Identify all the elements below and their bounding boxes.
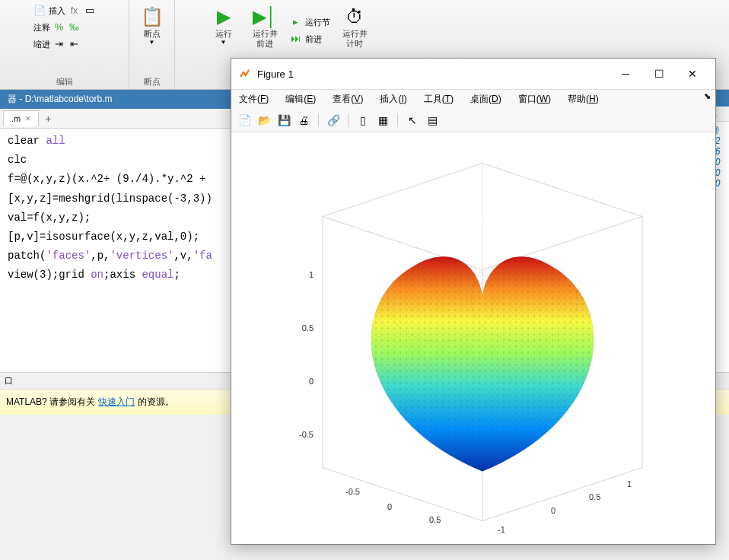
- tab-add-button[interactable]: +: [39, 111, 57, 126]
- timer-icon: ⏱: [345, 6, 364, 27]
- cmd-icon-label: 口: [5, 376, 13, 385]
- link-button[interactable]: 🔗: [325, 112, 342, 129]
- z-axis-ticks: -0.5 0 0.5 1: [299, 270, 314, 439]
- svg-text:-1: -1: [498, 525, 505, 534]
- play-icon: ▶: [217, 6, 231, 27]
- chevron-down-icon: ▼: [221, 39, 227, 46]
- maximize-button[interactable]: ☐: [644, 63, 674, 84]
- svg-text:0: 0: [551, 506, 556, 515]
- run-advance-label: 运行并 前进: [253, 29, 278, 49]
- print-button[interactable]: 🖨: [295, 112, 312, 129]
- svg-text:0: 0: [387, 502, 392, 511]
- comment-button[interactable]: 注释 % ‰: [30, 20, 99, 35]
- toolbar-separator: [318, 113, 319, 127]
- uncomment-icon: ‰: [68, 21, 81, 33]
- x-axis-ticks: -0.5 0 0.5: [345, 487, 441, 524]
- insert-icon: 📄: [33, 5, 46, 17]
- svg-text:0: 0: [309, 377, 314, 386]
- editor-path: 器 - D:\matlabcode\torb.m: [8, 94, 112, 104]
- indent-button[interactable]: 缩进 ⇥ ⇤: [30, 37, 99, 52]
- cmd-suffix: 的资源。: [138, 396, 174, 409]
- toolbar-separator: [348, 113, 349, 127]
- quickstart-link[interactable]: 快速入门: [98, 396, 135, 409]
- advance-button[interactable]: ⏭ 前进: [287, 31, 333, 46]
- run-label: 运行: [215, 29, 232, 39]
- insert-button[interactable]: 📄 插入 fx ▭: [30, 3, 99, 18]
- menu-view[interactable]: 查看(V): [329, 91, 366, 107]
- ribbon-breakpoints-section: 📋 断点 ▼ 断点: [129, 0, 175, 89]
- legend-button[interactable]: ▦: [374, 112, 391, 129]
- run-section-label: 运行节: [305, 17, 330, 28]
- comment-pct-icon: %: [53, 21, 65, 33]
- tab-label: .m: [11, 114, 21, 123]
- breakpoint-icon: 📋: [141, 6, 164, 27]
- minimize-button[interactable]: ─: [610, 63, 641, 84]
- edit-section-label: 编辑: [0, 76, 129, 88]
- run-section-button[interactable]: ▸ 运行节: [287, 14, 333, 30]
- cmd-prefix: MATLAB? 请参阅有关: [6, 396, 95, 409]
- outdent-icon: ⇤: [68, 38, 81, 50]
- menu-window[interactable]: 窗口(W): [515, 91, 554, 107]
- chevron-down-icon: ▼: [149, 39, 155, 46]
- menu-help[interactable]: 帮助(H): [565, 91, 602, 107]
- breakpoints-section-label: 断点: [129, 76, 174, 88]
- fx-icon: fx: [68, 5, 81, 17]
- close-button[interactable]: ✕: [677, 63, 708, 84]
- ribbon-edit-section: 📄 插入 fx ▭ 注释 % ‰ 缩进 ⇥ ⇤ 编辑: [0, 0, 129, 89]
- new-figure-button[interactable]: 📄: [236, 112, 253, 129]
- edit-plot-button[interactable]: ▤: [424, 112, 441, 129]
- figure-menubar: 文件(F) 编辑(E) 查看(V) 插入(I) 工具(T) 桌面(D) 窗口(W…: [231, 90, 715, 109]
- indent-label: 缩进: [33, 39, 50, 50]
- play-advance-icon: ▶│: [253, 6, 278, 27]
- tab-close-icon[interactable]: ×: [25, 113, 30, 124]
- svg-text:0.5: 0.5: [302, 323, 314, 332]
- menu-file[interactable]: 文件(F): [236, 91, 272, 107]
- run-time-button[interactable]: ⏱ 运行并 计时: [335, 3, 375, 58]
- breakpoints-label: 断点: [144, 29, 161, 39]
- figure-axes[interactable]: -0.5 0 0.5 1 -0.5 0 0.5 -1 0 0.5 1: [231, 132, 715, 544]
- figure-toolbar: 📄 📂 💾 🖨 🔗 ▯ ▦ ↖ ▤: [231, 109, 715, 132]
- toolbar-separator: [397, 113, 398, 127]
- comment-label: 注释: [33, 22, 50, 33]
- breakpoints-button[interactable]: 📋 断点 ▼: [132, 3, 172, 49]
- menu-tools[interactable]: 工具(T): [421, 91, 457, 107]
- run-time-label: 运行并 计时: [342, 29, 368, 49]
- editor-tab[interactable]: .m ×: [3, 110, 39, 126]
- svg-text:1: 1: [309, 270, 314, 279]
- save-button[interactable]: 💾: [275, 112, 292, 129]
- run-button[interactable]: ▶ 运行 ▼: [204, 3, 244, 58]
- figure-window: Figure 1 ─ ☐ ✕ 文件(F) 编辑(E) 查看(V) 插入(I) 工…: [231, 58, 716, 545]
- run-advance-button[interactable]: ▶│ 运行并 前进: [245, 3, 285, 58]
- figure-title: Figure 1: [257, 68, 610, 80]
- advance-label: 前进: [305, 33, 322, 45]
- svg-text:1: 1: [627, 479, 632, 488]
- menu-desktop[interactable]: 桌面(D): [467, 91, 505, 107]
- menu-insert[interactable]: 插入(I): [377, 91, 409, 107]
- insert-label: 插入: [49, 5, 65, 17]
- colorbar-button[interactable]: ▯: [355, 112, 371, 129]
- section-icon: ▭: [84, 5, 96, 17]
- svg-text:-0.5: -0.5: [345, 487, 360, 496]
- svg-text:-0.5: -0.5: [299, 430, 314, 439]
- matlab-icon: [239, 68, 251, 80]
- menu-edit[interactable]: 编辑(E): [282, 91, 319, 107]
- figure-titlebar[interactable]: Figure 1 ─ ☐ ✕: [231, 59, 715, 90]
- run-section-icon: ▸: [290, 16, 302, 28]
- pointer-button[interactable]: ↖: [404, 112, 421, 129]
- open-button[interactable]: 📂: [256, 112, 272, 129]
- y-axis-ticks: -1 0 0.5 1: [498, 479, 632, 534]
- svg-text:0.5: 0.5: [429, 515, 441, 524]
- advance-icon: ⏭: [290, 33, 302, 45]
- svg-text:0.5: 0.5: [589, 492, 600, 501]
- indent-icon: ⇥: [53, 38, 65, 50]
- menu-overflow-icon[interactable]: ⬊: [704, 91, 711, 101]
